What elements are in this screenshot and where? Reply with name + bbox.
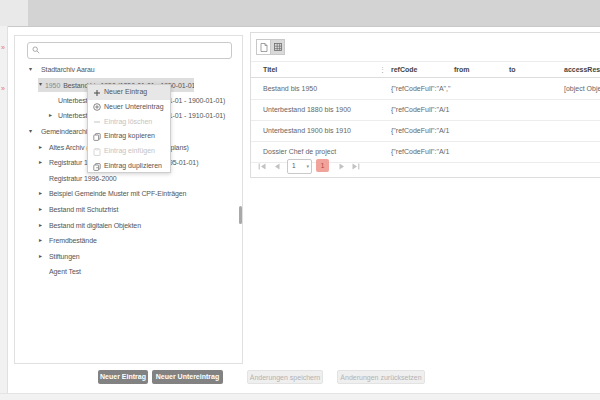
new-subentry-button[interactable]: Neuer Untereintrag [152,370,223,384]
expand-icon[interactable]: ▸ [39,186,42,202]
tree-item-year-prefix: 1950 [45,82,60,89]
document-icon [260,43,268,52]
expand-icon[interactable]: ▸ [39,155,42,171]
view-toggle-document-button[interactable] [256,39,271,55]
expand-icon[interactable]: ▸ [39,249,42,265]
red-marker-icon: » [1,85,5,92]
top-bar-left-segment [0,0,28,26]
cell-titel: Bestand bis 1950 [263,78,375,99]
expand-icon[interactable]: ▾ [29,62,32,78]
expand-icon[interactable]: ▸ [39,218,42,234]
menu-item-new-subentry[interactable]: Neuer Untereintrag [88,100,170,115]
tree-item-label: Bestand mit Schutzfrist [49,202,118,218]
paste-icon [93,148,101,156]
table-header-row: Titel ⋮ refCode from to accessRestrictio… [251,61,600,78]
tree-search-box[interactable] [27,42,232,59]
minus-icon [93,118,101,126]
tree-item-label: Stadtarchiv Aarau [41,62,95,78]
tree-item-label: Beispiel Gemeinde Muster mit CPF-Einträg… [49,186,186,202]
tree-item[interactable]: ▾ Stadtarchiv Aarau [15,62,242,78]
tree-item[interactable]: ▸ Fremdbestände [15,233,242,249]
column-menu-icon[interactable]: ⋮ [379,62,386,78]
search-input[interactable] [44,43,230,58]
tree-item-label: Agent Test [49,264,81,280]
last-page-icon [351,162,360,171]
page-size-select[interactable]: 1 ▾ [287,159,312,174]
menu-item-label: Neuer Eintrag [104,85,147,100]
table-row[interactable]: Unterbestand 1880 bis 1900 {"refCodeFull… [251,99,600,121]
tree-item[interactable]: Agent Test [15,264,242,280]
tree-item[interactable]: ▸ Bestand mit Schutzfrist [15,202,242,218]
menu-item-new-entry[interactable]: Neuer Eintrag [88,85,170,100]
new-entry-button[interactable]: Neuer Eintrag [98,370,148,384]
tree-item-label: Fremdbestände [49,233,97,249]
reset-changes-button: Änderungen zurücksetzen [337,370,425,384]
previous-page-icon [273,162,282,171]
column-header-accessrestriction[interactable]: accessRestriction [564,62,600,78]
cell-accessrestriction: [object Objec [564,78,600,99]
menu-item-label: Eintrag löschen [104,115,152,130]
menu-item-copy-entry[interactable]: Eintrag kopieren [88,129,170,144]
expand-icon[interactable]: ▸ [39,233,42,249]
cell-refcode: {"refCodeFull":"A/1 [391,99,451,120]
tree-item[interactable]: ▸ Beispiel Gemeinde Muster mit CPF-Eintr… [15,186,242,202]
red-marker-icon: » [1,44,5,51]
copy-icon [93,133,101,141]
menu-item-paste-entry: Eintrag einfügen [88,144,170,159]
expand-icon[interactable]: ▸ [39,140,42,156]
table-row[interactable]: Unterbestand 1900 bis 1910 {"refCodeFull… [251,120,600,142]
column-header-from[interactable]: from [454,62,470,78]
expand-icon[interactable]: ▾ [39,77,42,93]
column-header-titel[interactable]: Titel [263,62,277,78]
page-select-value: 1 [292,160,296,172]
menu-item-label: Eintrag duplizieren [104,159,162,174]
pagination-bar: 1 ▾ 1 [251,157,600,177]
next-page-icon [337,162,346,171]
menu-item-label: Eintrag kopieren [104,129,155,144]
tree-scrollbar-thumb[interactable] [239,206,242,224]
tree-item[interactable]: ▸ Stiftungen [15,249,242,265]
view-toggle-grid-button[interactable] [270,39,285,55]
tree-item-label: Bestand mit digitalen Objekten [49,218,141,234]
records-panel: Titel ⋮ refCode from to accessRestrictio… [250,32,600,178]
save-changes-button: Änderungen speichern [247,370,323,384]
column-header-refcode[interactable]: refCode [391,62,417,78]
cell-refcode: {"refCodeFull":"A"," [391,78,451,99]
chevron-down-icon: ▾ [306,160,309,172]
menu-item-label: Eintrag einfügen [104,144,155,159]
plus-icon [93,89,101,97]
tree-item[interactable]: ▸ Bestand mit digitalen Objekten [15,218,242,234]
expand-icon[interactable]: ▾ [29,124,32,140]
footer-bar [0,393,600,400]
duplicate-icon [93,163,101,171]
context-menu: Neuer Eintrag Neuer Untereintrag Eintrag… [87,84,171,173]
cell-titel: Unterbestand 1880 bis 1900 [263,99,375,120]
top-bar [0,0,600,27]
cell-titel: Unterbestand 1900 bis 1910 [263,120,375,141]
expand-icon[interactable]: ▸ [49,108,52,124]
current-page-button[interactable]: 1 [316,159,329,172]
cell-refcode: {"refCodeFull":"A/1 [391,120,451,141]
circle-plus-icon [93,103,101,111]
menu-item-delete-entry: Eintrag löschen [88,115,170,130]
menu-item-duplicate-entry[interactable]: Eintrag duplizieren [88,159,170,174]
expand-icon[interactable]: ▸ [39,202,42,218]
left-edge-strip: » » [0,26,8,400]
grid-icon [274,43,282,51]
search-icon [32,46,40,54]
tree-item-label: Stiftungen [49,249,80,265]
menu-item-label: Neuer Untereintrag [104,100,164,115]
first-page-icon [258,162,267,171]
table-row[interactable]: Bestand bis 1950 {"refCodeFull":"A"," [o… [251,78,600,100]
column-header-to[interactable]: to [509,62,516,78]
